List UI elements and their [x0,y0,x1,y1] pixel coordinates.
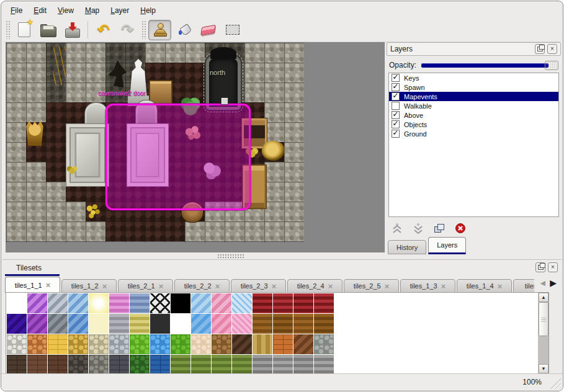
map-tile[interactable] [6,102,26,122]
close-tab-icon[interactable]: × [441,282,446,290]
tileset-tile[interactable] [27,334,47,354]
close-tab-icon[interactable]: × [215,282,220,290]
tileset-tab-tiles_2_4[interactable]: tiles_2_4× [287,279,342,293]
tileset-tab-tiles_2_2[interactable]: tiles_2_2× [174,279,230,293]
tileset-tile[interactable] [171,314,190,334]
map-tile[interactable] [244,82,264,102]
map-tile[interactable] [284,221,304,241]
tileset-tile[interactable] [253,355,272,374]
scrollbar-track[interactable] [539,336,548,364]
menu-view[interactable]: View [52,4,79,17]
map-tile[interactable] [185,221,205,241]
float-panel-button[interactable] [535,262,545,272]
tileset-tile[interactable] [314,293,334,313]
tileset-tile[interactable] [27,293,47,313]
delete-layer-button[interactable] [454,221,467,235]
tileset-tile[interactable] [27,314,47,334]
map-tile[interactable] [66,43,86,63]
map-tile[interactable] [86,43,105,63]
map-tile[interactable] [284,162,304,182]
map-tile[interactable] [165,43,185,63]
tileset-tab-tiles_2_5[interactable]: tiles_2_5× [344,279,399,293]
map-tile[interactable] [6,122,26,142]
tileset-tile[interactable] [171,355,190,374]
map-tile[interactable] [264,82,284,102]
tileset-tab-tiles_1_1[interactable]: tiles_1_1× [5,277,60,293]
map-tile[interactable] [46,102,66,122]
tileset-tile[interactable] [253,314,272,334]
map-tile[interactable] [46,162,66,182]
close-tab-icon[interactable]: × [46,281,51,289]
scrollbar-thumb[interactable] [539,302,548,336]
tileset-tab-tiles_1_4[interactable]: tiles_1_4× [457,279,512,293]
map-tile[interactable] [26,43,46,63]
map-content[interactable]: northcavesnake2 door [6,43,304,243]
tileset-view[interactable]: ▲ ▼ [6,292,549,374]
close-panel-button[interactable]: × [548,262,558,272]
map-tile[interactable] [46,122,66,142]
map-tile[interactable] [145,221,165,241]
tileset-tile[interactable] [109,314,129,334]
map-tile[interactable] [264,162,284,182]
layer-row-keys[interactable]: ✓Keys [389,73,558,82]
map-tile[interactable] [26,82,46,102]
close-tab-icon[interactable]: × [102,282,107,290]
berries[interactable] [84,203,102,219]
map-tile[interactable] [26,63,46,82]
tileset-tile[interactable] [273,293,293,313]
map-tile[interactable] [26,162,46,182]
tileset-tile[interactable] [293,334,313,354]
tileset-tile[interactable] [212,355,231,374]
map-tile[interactable] [46,221,66,241]
map-tile[interactable] [185,43,205,63]
map-tile[interactable] [66,202,86,221]
close-tab-icon[interactable]: × [272,282,277,290]
close-panel-button[interactable]: × [547,44,557,54]
map-tile[interactable] [26,221,46,241]
tileset-tile[interactable] [150,314,170,334]
tileset-tile[interactable] [314,334,334,354]
map-tile[interactable] [244,63,264,82]
map-event-selection[interactable] [105,104,251,210]
tab-history[interactable]: History [388,240,426,254]
layer-visibility-checkbox[interactable] [392,102,400,110]
map-tile[interactable] [284,182,304,202]
splitter-handle[interactable] [217,254,244,258]
map-tile[interactable] [6,82,26,102]
map-tile[interactable] [86,63,105,82]
layer-row-above[interactable]: ✓Above [389,110,558,120]
tileset-tile[interactable] [191,314,211,334]
tileset-tile[interactable] [293,355,313,374]
map-tile[interactable] [46,82,66,102]
tileset-tile[interactable] [130,355,150,374]
map-tile[interactable] [46,182,66,202]
layer-visibility-checkbox[interactable]: ✓ [392,83,400,91]
map-tile[interactable] [264,63,284,82]
new-file-button[interactable] [12,20,35,40]
tileset-tile[interactable] [130,293,150,313]
tileset-tile[interactable] [293,314,313,334]
close-tab-icon[interactable]: × [328,282,333,290]
layer-row-spawn[interactable]: ✓Spawn [389,82,558,92]
tileset-tile[interactable] [171,293,190,313]
tileset-tile[interactable] [212,293,231,313]
layer-visibility-checkbox[interactable]: ✓ [392,130,400,138]
branches[interactable] [53,47,66,85]
tileset-tile[interactable] [253,293,272,313]
tileset-tile[interactable] [314,355,334,374]
tileset-tab-tiles_2_1[interactable]: tiles_2_1× [118,279,173,293]
map-tile[interactable] [46,202,66,221]
layer-row-mapevents[interactable]: ✓Mapevents [389,92,558,101]
tileset-tab-tiles_2_3[interactable]: tiles_2_3× [231,279,286,293]
layer-visibility-checkbox[interactable]: ✓ [392,111,400,119]
resize-grip[interactable] [550,378,561,389]
map-tile[interactable] [284,202,304,221]
tileset-tile[interactable] [48,355,68,374]
map-tile[interactable] [105,221,125,241]
map-tile[interactable] [66,63,86,82]
layer-row-walkable[interactable]: Walkable [389,101,558,110]
menu-help[interactable]: Help [135,4,161,17]
close-tab-icon[interactable]: × [385,282,390,290]
tileset-tile[interactable] [89,293,109,313]
tileset-tile[interactable] [232,334,252,354]
